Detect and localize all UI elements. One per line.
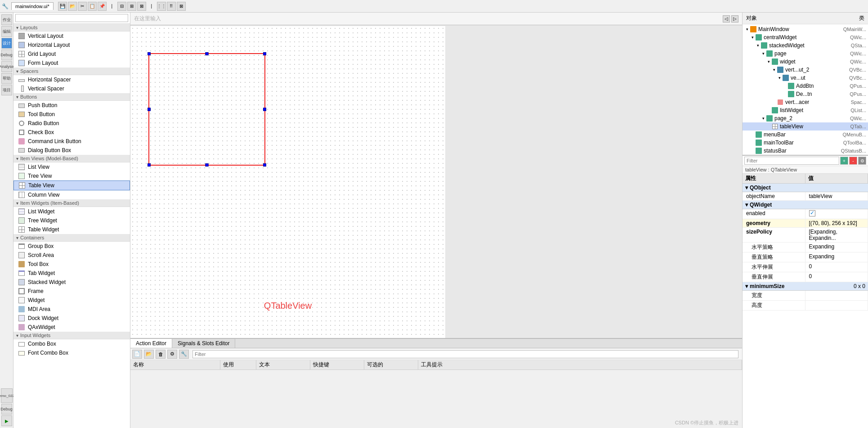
toolbar-save[interactable]: 💾 <box>58 2 67 11</box>
sidebar-icon-debug1[interactable]: Debug <box>1 50 12 60</box>
prop-val-width[interactable] <box>805 291 868 300</box>
toolbar-open[interactable]: 📂 <box>68 2 77 11</box>
action-open-btn[interactable]: 📂 <box>144 350 154 359</box>
handle-bl[interactable] <box>148 163 151 167</box>
item-dock-widget[interactable]: Dock Widget <box>13 314 130 323</box>
tree-item-maintoolbar[interactable]: mainToolBar QToolBa... <box>743 139 868 147</box>
tab-action-editor[interactable]: Action Editor <box>130 339 172 348</box>
arrow-centralwidget[interactable]: ▾ <box>750 35 755 40</box>
item-grid-layout[interactable]: Grid Layout <box>13 50 130 59</box>
action-wrench-btn[interactable]: 🔧 <box>179 350 189 359</box>
tree-item-page[interactable]: ▾ page QWic... <box>743 50 868 58</box>
sidebar-icon-3[interactable]: 设计 <box>1 38 12 49</box>
arrow-stacked[interactable]: ▾ <box>755 43 761 48</box>
prop-val-objectname[interactable]: tableView <box>805 192 868 200</box>
section-item-views[interactable]: Item Views (Model-Based) <box>13 155 130 162</box>
section-buttons[interactable]: Buttons <box>13 93 130 101</box>
props-section-qobject[interactable]: ▾ QObject <box>743 184 868 192</box>
item-widget[interactable]: Widget <box>13 296 130 305</box>
tab-signals-slots[interactable]: Signals & Slots Editor <box>172 339 235 348</box>
section-containers[interactable]: Containers <box>13 234 130 242</box>
props-filter-plus[interactable]: + <box>840 157 848 165</box>
prop-val-sizepolicy[interactable]: [Expanding, Expandin... <box>805 228 868 242</box>
selection-box[interactable] <box>148 53 265 166</box>
item-list-view[interactable]: List View <box>13 162 130 171</box>
arrow-mainwindow[interactable]: ▾ <box>744 27 750 32</box>
item-radio-button[interactable]: Radio Button <box>13 119 130 128</box>
item-tab-widget[interactable]: Tab Widget <box>13 269 130 278</box>
props-section-qwidget[interactable]: ▾ QWidget <box>743 201 868 209</box>
editor-tab[interactable]: mainwindow.ui* <box>11 2 54 10</box>
item-tool-box[interactable]: Tool Box <box>13 260 130 269</box>
toolbar-cut[interactable]: ✂ <box>78 2 87 11</box>
item-tree-view[interactable]: Tree View <box>13 171 130 180</box>
item-tree-widget[interactable]: Tree Widget <box>13 216 130 225</box>
item-command-link[interactable]: Command Link Button <box>13 137 130 146</box>
handle-tm[interactable] <box>206 52 209 55</box>
filter-input[interactable] <box>15 14 128 22</box>
tree-item-detn[interactable]: De...tn QPus... <box>743 90 868 98</box>
item-column-view[interactable]: Column View <box>13 190 130 199</box>
item-table-widget[interactable]: Table Widget <box>13 225 130 234</box>
handle-bm[interactable] <box>206 163 209 167</box>
tree-item-vert2[interactable]: ▾ vert...ut_2 QVBc... <box>743 66 868 74</box>
item-tool-button[interactable]: Tool Button <box>13 110 130 119</box>
enabled-checkbox[interactable] <box>809 210 815 216</box>
handle-br[interactable] <box>263 163 266 167</box>
tree-item-veut[interactable]: ▾ ve...ut QVBc... <box>743 74 868 82</box>
item-push-button[interactable]: Push Button <box>13 101 130 110</box>
section-spacers[interactable]: Spacers <box>13 68 130 75</box>
item-horizontal-layout[interactable]: Horizontal Layout <box>13 41 130 50</box>
prop-val-geometry[interactable]: [(70, 80), 256 x 192] <box>805 219 868 227</box>
item-table-view[interactable]: Table View <box>13 180 130 190</box>
action-del-btn[interactable]: 🗑 <box>156 350 166 359</box>
toolbar-dots[interactable]: ⠿ <box>167 2 176 11</box>
tree-item-menubar[interactable]: menuBar QMenuB... <box>743 131 868 139</box>
prop-val-vstretch[interactable]: 0 <box>805 272 868 282</box>
tree-item-widget[interactable]: ▾ widget QWic... <box>743 58 868 66</box>
section-layouts[interactable]: Layouts <box>13 24 130 32</box>
item-combo-box[interactable]: Combo Box <box>13 339 130 348</box>
props-filter-minus[interactable]: - <box>849 157 857 165</box>
prop-val-hpolicy[interactable]: Expanding <box>805 243 868 252</box>
prop-val-hstretch[interactable]: 0 <box>805 262 868 272</box>
item-group-box[interactable]: Group Box <box>13 242 130 251</box>
action-filter-input[interactable] <box>192 350 738 358</box>
sidebar-icon-demo[interactable]: Demo_0227 <box>1 388 13 403</box>
item-stacked-widget[interactable]: Stacked Widget <box>13 278 130 287</box>
handle-mr[interactable] <box>263 108 266 111</box>
item-vertical-spacer[interactable]: Vertical Spacer <box>13 84 130 93</box>
tree-item-listwidget[interactable]: listWidget QList... <box>743 106 868 114</box>
collapse-left-btn[interactable]: ◁ <box>723 15 730 23</box>
handle-tr[interactable] <box>263 52 266 55</box>
tree-item-page2[interactable]: ▾ page_2 QWic... <box>743 114 868 122</box>
sidebar-icon-1[interactable]: 作业 <box>1 14 12 25</box>
item-frame[interactable]: Frame <box>13 287 130 296</box>
arrow-page[interactable]: ▾ <box>761 51 766 56</box>
item-list-widget[interactable]: List Widget <box>13 207 130 216</box>
item-qax-widget[interactable]: QAxWidget <box>13 323 130 332</box>
handle-tl[interactable] <box>148 52 151 55</box>
item-dialog-button-box[interactable]: Dialog Button Box <box>13 146 130 155</box>
item-mdi-area[interactable]: MDI Area <box>13 305 130 314</box>
prop-val-vpolicy[interactable]: Expanding <box>805 252 868 262</box>
arrow-page2[interactable]: ▾ <box>761 116 766 121</box>
item-vertical-layout[interactable]: Vertical Layout <box>13 32 130 41</box>
toolbar-grid[interactable]: ⋮⋮ <box>157 2 166 11</box>
tree-item-vertacer[interactable]: vert...acer Spac... <box>743 98 868 106</box>
section-item-widgets[interactable]: Item Widgets (Item-Based) <box>13 199 130 207</box>
tree-item-tableview[interactable]: tableView QTab... <box>743 122 868 131</box>
item-check-box[interactable]: Check Box <box>13 128 130 137</box>
arrow-widget[interactable]: ▾ <box>766 59 771 64</box>
sidebar-icon-analyse[interactable]: Analyse <box>1 61 12 72</box>
sidebar-icon-run[interactable]: ▶ <box>1 415 12 426</box>
props-filter-input[interactable] <box>744 157 839 165</box>
sidebar-icon-debug2[interactable]: Debug <box>1 404 12 414</box>
props-section-minsize[interactable]: ▾ minimumSize 0 x 0 <box>743 282 868 291</box>
sidebar-icon-help[interactable]: 帮助 <box>1 73 12 84</box>
tree-item-stackedwidget[interactable]: ▾ stackedWidget QSta... <box>743 41 868 50</box>
arrow-veut[interactable]: ▾ <box>777 76 782 80</box>
action-new-btn[interactable]: 📄 <box>132 350 142 359</box>
prop-val-height[interactable] <box>805 301 868 310</box>
toolbar-copy[interactable]: 📋 <box>88 2 97 11</box>
